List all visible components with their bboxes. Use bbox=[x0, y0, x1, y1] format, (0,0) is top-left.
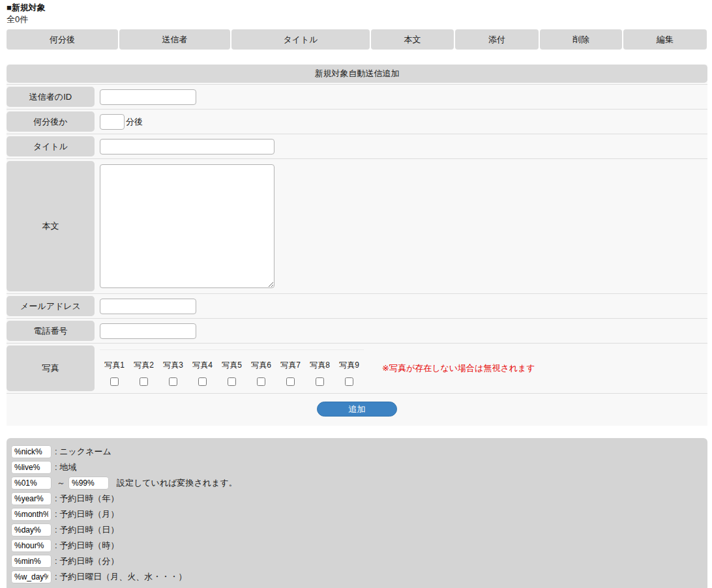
photo7-checkbox[interactable] bbox=[286, 377, 295, 386]
variable-row-year: : 予約日時（年） bbox=[11, 491, 701, 507]
variable-desc-day: : 予約日時（日） bbox=[55, 524, 119, 536]
photo-label: 写真 bbox=[7, 345, 95, 391]
photo3-label: 写真3 bbox=[158, 360, 188, 371]
variable-row-wday: : 予約日曜日（月、火、水・・・） bbox=[11, 569, 701, 585]
body-textarea[interactable] bbox=[100, 164, 274, 288]
minutes-suffix: 分後 bbox=[126, 116, 143, 128]
add-button[interactable]: 追加 bbox=[317, 402, 397, 417]
variable-token-hour[interactable] bbox=[11, 539, 52, 552]
photo-missing-note: ※写真が存在しない場合は無視されます bbox=[382, 362, 535, 374]
photo6-checkbox[interactable] bbox=[257, 377, 265, 386]
photo-cell: 写真5 bbox=[217, 349, 246, 388]
title-label: タイトル bbox=[7, 136, 95, 156]
photo5-checkbox[interactable] bbox=[228, 377, 236, 386]
variable-token-year[interactable] bbox=[11, 492, 52, 505]
variable-token-month[interactable] bbox=[11, 508, 52, 521]
photo8-label: 写真8 bbox=[305, 360, 334, 371]
add-target-form: 新規対象自動送信追加 送信者のID 何分後か 分後 タイトル bbox=[7, 65, 707, 426]
variable-token-live[interactable] bbox=[11, 461, 52, 474]
form-title: 新規対象自動送信追加 bbox=[7, 65, 707, 83]
minutes-input[interactable] bbox=[100, 114, 125, 130]
column-header-sender: 送信者 bbox=[119, 29, 230, 50]
variable-row-day: : 予約日時（日） bbox=[11, 522, 701, 538]
variable-row-month: : 予約日時（月） bbox=[11, 507, 701, 522]
phone-input[interactable] bbox=[100, 323, 196, 339]
variable-row-min: : 予約日時（分） bbox=[11, 553, 701, 569]
sender-id-label: 送信者のID bbox=[7, 87, 95, 107]
variable-desc-range: 設定していれば変換されます。 bbox=[117, 477, 237, 489]
photo5-label: 写真5 bbox=[217, 360, 246, 371]
variable-desc-nick: : ニックネーム bbox=[55, 446, 111, 458]
variable-row-nick: : ニックネーム bbox=[11, 444, 701, 460]
page: ■新規対象 全0件 何分後 送信者 タイトル 本文 添付 削除 編集 新規対象自… bbox=[0, 0, 712, 588]
variable-token-nick[interactable] bbox=[11, 445, 52, 458]
photo2-label: 写真2 bbox=[129, 360, 158, 371]
photo9-checkbox[interactable] bbox=[345, 377, 353, 386]
variable-desc-min: : 予約日時（分） bbox=[55, 555, 119, 567]
photo-checkbox-group: 写真1 写真2 写真3 写真4 bbox=[100, 349, 364, 388]
variable-desc-month: : 予約日時（月） bbox=[55, 508, 119, 520]
variable-desc-live: : 地域 bbox=[55, 462, 76, 473]
email-label: メールアドレス bbox=[7, 296, 95, 316]
photo1-checkbox[interactable] bbox=[110, 377, 119, 386]
variable-token-range-end[interactable] bbox=[68, 477, 109, 490]
photo4-label: 写真4 bbox=[188, 360, 217, 371]
photo9-label: 写真9 bbox=[334, 360, 364, 371]
variable-row-live: : 地域 bbox=[11, 460, 701, 475]
photo6-label: 写真6 bbox=[246, 360, 276, 371]
body-label: 本文 bbox=[7, 161, 95, 291]
photo-cell: 写真8 bbox=[305, 349, 334, 388]
variable-token-range-start[interactable] bbox=[11, 477, 52, 490]
column-header-minutes: 何分後 bbox=[7, 29, 118, 50]
variable-token-min[interactable] bbox=[11, 555, 52, 568]
photo-cell: 写真2 bbox=[129, 349, 158, 388]
photo-cell: 写真4 bbox=[188, 349, 217, 388]
photo3-checkbox[interactable] bbox=[169, 377, 177, 386]
column-header-title: タイトル bbox=[231, 29, 370, 50]
photo4-checkbox[interactable] bbox=[198, 377, 207, 386]
submit-row: 追加 bbox=[7, 394, 707, 426]
photo-cell: 写真1 bbox=[100, 349, 129, 388]
email-input[interactable] bbox=[100, 299, 196, 314]
photo7-label: 写真7 bbox=[276, 360, 305, 371]
total-count: 全0件 bbox=[7, 14, 707, 25]
column-header-body: 本文 bbox=[371, 29, 454, 50]
variable-desc-wday: : 予約日曜日（月、火、水・・・） bbox=[55, 571, 186, 583]
minutes-label: 何分後か bbox=[7, 111, 95, 132]
column-header-delete: 削除 bbox=[540, 29, 622, 50]
variable-desc-hour: : 予約日時（時） bbox=[55, 540, 119, 551]
email-row: メールアドレス bbox=[7, 294, 707, 319]
column-header-attachment: 添付 bbox=[455, 29, 539, 50]
page-title: ■新規対象 bbox=[7, 3, 707, 13]
sender-id-input[interactable] bbox=[100, 89, 196, 105]
column-header-edit: 編集 bbox=[623, 29, 707, 50]
phone-row: 電話番号 bbox=[7, 319, 707, 344]
variable-token-day[interactable] bbox=[11, 523, 52, 537]
body-row: 本文 bbox=[7, 159, 707, 294]
variable-token-wday[interactable] bbox=[11, 570, 52, 583]
minutes-row: 何分後か 分後 bbox=[7, 110, 707, 134]
title-input[interactable] bbox=[100, 139, 274, 154]
title-row: タイトル bbox=[7, 134, 707, 159]
form-rows: 送信者のID 何分後か 分後 タイトル 本文 bbox=[7, 84, 707, 394]
list-column-headers: 何分後 送信者 タイトル 本文 添付 削除 編集 bbox=[7, 29, 707, 50]
photo1-label: 写真1 bbox=[100, 360, 129, 371]
variable-row-range: ～ 設定していれば変換されます。 bbox=[11, 475, 701, 491]
phone-label: 電話番号 bbox=[7, 321, 95, 341]
template-variables-panel: : ニックネーム : 地域 ～ 設定していれば変換されます。 : 予約日時（年）… bbox=[7, 438, 707, 588]
photo-cell: 写真9 bbox=[334, 349, 364, 388]
photo2-checkbox[interactable] bbox=[140, 377, 148, 386]
sender-id-row: 送信者のID bbox=[7, 85, 707, 110]
photo-cell: 写真7 bbox=[276, 349, 305, 388]
photo-cell: 写真6 bbox=[246, 349, 276, 388]
photo8-checkbox[interactable] bbox=[316, 377, 324, 386]
photo-row: 写真 写真1 写真2 写真3 bbox=[7, 344, 707, 394]
variable-desc-year: : 予約日時（年） bbox=[55, 493, 119, 505]
range-tilde-separator: ～ bbox=[57, 477, 65, 489]
variable-row-hour: : 予約日時（時） bbox=[11, 538, 701, 553]
photo-cell: 写真3 bbox=[158, 349, 188, 388]
